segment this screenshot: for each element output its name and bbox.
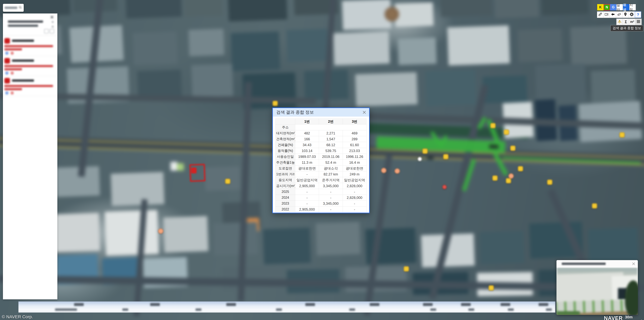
- tooltip: 검색 결과 종합 정보: [610, 25, 643, 31]
- panel-header-text-blurred: [8, 25, 38, 27]
- column-header: 1번: [295, 119, 319, 125]
- parcel-marker-icon[interactable]: [191, 168, 196, 173]
- map-marker[interactable]: [547, 180, 552, 185]
- row-label: 2023: [276, 201, 295, 206]
- table-cell: 68.12: [319, 142, 343, 148]
- panel-option-icon[interactable]: [50, 29, 54, 33]
- table-cell: -: [319, 206, 343, 212]
- list-item[interactable]: [3, 76, 57, 96]
- table-cell: 289: [343, 136, 366, 142]
- map-marker[interactable]: [158, 228, 163, 234]
- table-row: 주건축물1높이11.3 m52.4 m16.4 m: [276, 160, 366, 165]
- maptype-button[interactable]: 일반: [616, 4, 623, 11]
- map-marker[interactable]: [620, 132, 625, 138]
- result-action-icon[interactable]: [5, 72, 8, 75]
- maptype-button[interactable]: 위성: [623, 4, 629, 11]
- table-row: 도로접면광대로한면광대소각광대로한면: [276, 165, 366, 171]
- map-marker[interactable]: [518, 166, 523, 171]
- column-header: 3번: [343, 119, 366, 125]
- list-item[interactable]: [3, 56, 57, 76]
- row-label: 대지면적(m²): [276, 130, 295, 136]
- table-row: 1번과의 거리-82.27 km249 m: [276, 171, 366, 177]
- streetview-photo-blurred[interactable]: [556, 267, 638, 315]
- result-address-blurred: [4, 48, 22, 50]
- streetview-close-icon[interactable]: [632, 262, 636, 266]
- map-marker[interactable]: [510, 146, 516, 151]
- sum-button[interactable]: Σ: [623, 19, 629, 25]
- square-meter-button[interactable]: m²: [629, 19, 635, 25]
- help-button[interactable]: ?: [635, 12, 641, 18]
- map-marker[interactable]: [422, 149, 428, 154]
- table-cell: 일반공업지역: [295, 177, 319, 183]
- bottom-info-bar: [18, 301, 555, 312]
- spread-distance-button[interactable]: [616, 19, 623, 25]
- table-cell: 1989.07.03: [295, 154, 319, 160]
- map-marker[interactable]: [508, 173, 514, 179]
- panel-option-icon[interactable]: [44, 29, 48, 33]
- result-action-icon[interactable]: [10, 52, 14, 55]
- result-address-blurred: [4, 45, 53, 47]
- table-cell: 1996.11.26: [343, 154, 366, 160]
- row-label: 사용승인일: [276, 154, 295, 160]
- map-marker[interactable]: [504, 129, 509, 135]
- search-input[interactable]: [3, 4, 24, 12]
- result-address-blurred: [4, 65, 53, 67]
- gear-icon: [630, 12, 634, 17]
- map-marker[interactable]: [492, 175, 498, 181]
- back-button[interactable]: [610, 12, 616, 18]
- ruler-tool-button[interactable]: [597, 12, 604, 18]
- map-marker[interactable]: [490, 123, 496, 128]
- map-marker[interactable]: [442, 185, 447, 189]
- result-action-icon[interactable]: [10, 91, 14, 95]
- result-action-icon[interactable]: [5, 52, 8, 55]
- result-action-icon[interactable]: [10, 72, 14, 75]
- map-marker[interactable]: [381, 168, 386, 173]
- panel-close-icon[interactable]: [50, 15, 54, 20]
- dialog-close-button[interactable]: [362, 110, 366, 115]
- table-cell: 2,905,000: [295, 183, 319, 189]
- provider-button-K[interactable]: K: [597, 4, 604, 11]
- map-marker[interactable]: [592, 203, 597, 209]
- table-cell: -: [295, 195, 319, 201]
- table-cell: 3,345,000: [319, 201, 343, 206]
- copyright-text: © NAVER Corp.: [2, 314, 33, 319]
- panel-header-text-blurred: [8, 21, 43, 23]
- result-action-icon[interactable]: [5, 91, 8, 95]
- eraser-icon: [617, 12, 621, 17]
- summary-list-button[interactable]: [635, 19, 642, 25]
- summary-table: 1번2번3번주소대지면적(m²)4822,271469건축면적(m²)1661,…: [273, 117, 369, 212]
- area-measure-icon: [604, 12, 608, 17]
- row-label: 공시지가(m²): [276, 183, 295, 189]
- table-cell: -: [295, 171, 319, 177]
- map-marker[interactable]: [394, 168, 400, 174]
- table-cell: -: [319, 189, 343, 195]
- map-marker[interactable]: [272, 101, 278, 106]
- map-marker[interactable]: [225, 179, 230, 184]
- row-label: 용적률(%): [276, 148, 295, 154]
- table-row: 20222,905,000--: [276, 206, 366, 212]
- table-cell: 11.3 m: [295, 160, 319, 165]
- column-header: 2번: [319, 119, 343, 125]
- map-marker[interactable]: [404, 266, 409, 271]
- list-item[interactable]: [3, 36, 57, 56]
- table-cell: 103.14: [295, 148, 319, 154]
- provider-button-G[interactable]: G: [610, 4, 616, 11]
- provider-button-N[interactable]: N: [604, 4, 610, 11]
- streetview-popup[interactable]: [556, 260, 638, 315]
- location-pin-button[interactable]: [622, 12, 629, 18]
- area-measure-button[interactable]: [603, 12, 610, 18]
- map-marker[interactable]: [418, 157, 422, 161]
- table-row: 2025---: [276, 189, 366, 195]
- square-meter-icon: m²: [630, 20, 634, 24]
- settings-button[interactable]: [628, 12, 635, 18]
- table-cell: -: [319, 195, 343, 201]
- map-marker[interactable]: [488, 285, 494, 290]
- eraser-button[interactable]: [616, 12, 622, 18]
- table-cell: 2019.11.06: [319, 154, 343, 160]
- table-row: 사용승인일1989.07.032019.11.061996.11.26: [276, 154, 366, 160]
- maptype-button[interactable]: 지적: [629, 4, 636, 11]
- map-marker[interactable]: [443, 154, 448, 159]
- search-results-panel: [3, 14, 57, 299]
- map-marker[interactable]: [506, 178, 511, 183]
- table-row: 공시지가(m²)2,905,0003,345,0002,828,000: [276, 183, 366, 189]
